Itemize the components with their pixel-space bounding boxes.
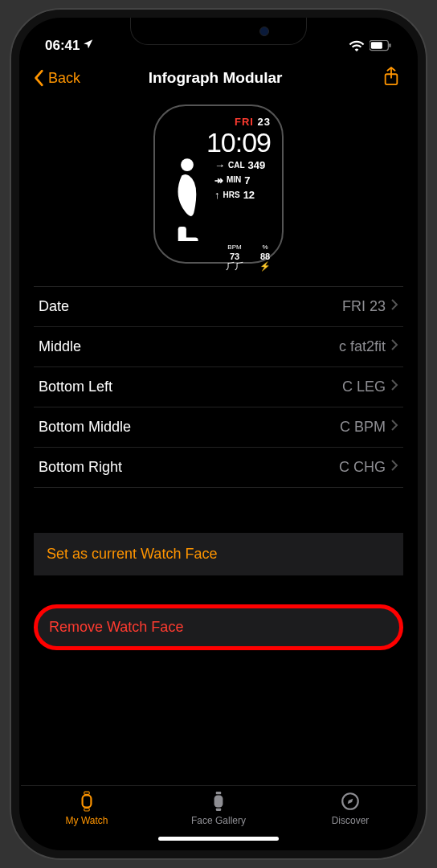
svg-rect-12	[216, 809, 222, 811]
up-arrow-icon: ↑	[214, 189, 220, 202]
page-title: Infograph Modular	[48, 69, 382, 87]
svg-rect-7	[83, 795, 92, 807]
tab-discover[interactable]: Discover	[284, 791, 416, 826]
row-middle[interactable]: Middle c fat2fit	[34, 327, 403, 367]
chevron-right-icon	[390, 459, 398, 476]
remove-face-button[interactable]: Remove Watch Face	[34, 604, 403, 650]
svg-marker-14	[348, 799, 353, 805]
tab-face-gallery[interactable]: Face Gallery	[153, 791, 284, 826]
share-button[interactable]	[382, 66, 400, 90]
charge-complication: % 88 ⚡	[259, 244, 271, 271]
double-arrow-icon: ↠	[214, 174, 223, 187]
svg-rect-8	[84, 792, 90, 794]
svg-rect-2	[389, 43, 390, 47]
arrow-icon: →	[214, 159, 225, 172]
bpm-complication: BPM 73 ⺁⺁	[226, 244, 243, 271]
svg-rect-10	[214, 795, 223, 807]
battery-icon	[370, 40, 392, 51]
tab-bar: My Watch Face Gallery Discover	[21, 785, 416, 829]
watch-face-preview: FRI 23 10:09	[34, 104, 403, 264]
row-bottom-left[interactable]: Bottom Left C LEG	[34, 367, 403, 407]
location-icon	[83, 38, 94, 54]
set-current-face-button[interactable]: Set as current Watch Face	[34, 533, 403, 575]
row-bottom-middle[interactable]: Bottom Middle C BPM	[34, 407, 403, 448]
home-indicator[interactable]	[158, 837, 279, 841]
svg-rect-6	[178, 238, 198, 242]
svg-rect-9	[84, 809, 90, 811]
chevron-right-icon	[390, 419, 398, 436]
chevron-right-icon	[390, 338, 398, 355]
tab-my-watch[interactable]: My Watch	[21, 791, 153, 826]
svg-rect-1	[371, 42, 382, 48]
chevron-right-icon	[390, 298, 398, 315]
svg-rect-11	[216, 792, 222, 794]
wifi-icon	[349, 40, 365, 51]
status-time: 06:41	[45, 38, 80, 54]
svg-point-4	[181, 158, 194, 171]
row-date[interactable]: Date FRI 23	[34, 286, 403, 327]
row-bottom-right[interactable]: Bottom Right C CHG	[34, 448, 403, 488]
glyph-icon	[166, 158, 208, 241]
chevron-right-icon	[390, 379, 398, 395]
